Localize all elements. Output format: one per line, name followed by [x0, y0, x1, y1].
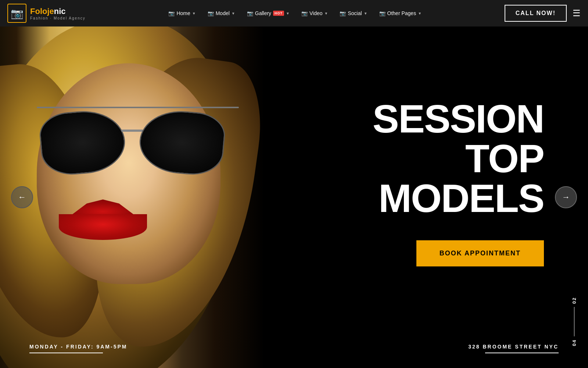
slide-number-prev: 02	[571, 297, 577, 304]
logo-text: Folojenic Fashion · Model Agency	[30, 7, 86, 20]
dropdown-arrow-gallery: ▼	[286, 11, 290, 15]
nav-item-model[interactable]: 📷 Model ▼	[203, 7, 240, 19]
dropdown-arrow-home: ▼	[192, 11, 196, 15]
hero-content: SESSION TOP MODELS Book Appointment	[301, 26, 588, 368]
address-info: 328 BROOME STREET NYC	[468, 344, 559, 353]
hero-section: SESSION TOP MODELS Book Appointment ← → …	[0, 26, 588, 368]
nav-right: CALL NOW! ☰	[505, 5, 581, 22]
camera-icon-model: 📷	[208, 10, 214, 16]
nav-item-other-pages[interactable]: 📷 Other Pages ▼	[375, 7, 426, 19]
brand-subtitle: Fashion · Model Agency	[30, 16, 86, 20]
sg-top-bar	[37, 107, 239, 108]
nav-item-video[interactable]: 📷 Video ▼	[297, 7, 332, 19]
nav-item-gallery[interactable]: 📷 Gallery HOT ▼	[243, 7, 294, 19]
dropdown-arrow-social: ▼	[364, 11, 368, 15]
nav-item-social[interactable]: 📷 Social ▼	[335, 7, 372, 19]
camera-icon-gallery: 📷	[247, 10, 253, 16]
hours-underline	[29, 353, 103, 353]
dropdown-arrow-model: ▼	[232, 11, 235, 15]
dropdown-arrow-video: ▼	[325, 11, 328, 15]
slide-counter: 02 04	[571, 26, 577, 368]
hot-badge: HOT	[273, 11, 284, 16]
model-sunglasses	[29, 104, 243, 177]
sg-lens-left	[38, 107, 128, 177]
sg-lens-right	[137, 107, 227, 177]
dropdown-arrow-other: ▼	[418, 11, 422, 15]
camera-icon-social: 📷	[340, 10, 346, 16]
logo-icon: 📷	[7, 4, 26, 23]
lip-lower	[59, 214, 147, 240]
book-appointment-button[interactable]: Book Appointment	[416, 240, 544, 266]
slide-counter-line	[574, 307, 574, 336]
nav-menu: 📷 Home ▼ 📷 Model ▼ 📷 Gallery HOT ▼ 📷 Vid…	[86, 7, 505, 19]
camera-icon-home: 📷	[168, 10, 175, 16]
hero-title: SESSION TOP MODELS	[301, 99, 544, 218]
business-hours: MONDAY - FRIDAY: 9AM-5PM	[29, 344, 127, 353]
sg-bridge	[121, 130, 143, 132]
model-lips	[55, 199, 151, 244]
slide-number-next: 04	[571, 339, 577, 346]
camera-icon-other: 📷	[379, 10, 386, 16]
hamburger-menu[interactable]: ☰	[573, 8, 581, 18]
bottom-info: MONDAY - FRIDAY: 9AM-5PM 328 BROOME STRE…	[0, 344, 588, 353]
logo[interactable]: 📷 Folojenic Fashion · Model Agency	[7, 4, 86, 23]
address-text: 328 BROOME STREET NYC	[468, 344, 559, 350]
brand-name: Folojenic	[30, 7, 86, 16]
nav-item-home[interactable]: 📷 Home ▼	[164, 7, 200, 19]
camera-icon-video: 📷	[301, 10, 308, 16]
address-underline	[485, 353, 559, 353]
hours-text: MONDAY - FRIDAY: 9AM-5PM	[29, 344, 127, 350]
call-now-button[interactable]: CALL NOW!	[505, 5, 567, 22]
hero-prev-button[interactable]: ←	[11, 186, 33, 208]
navbar: 📷 Folojenic Fashion · Model Agency 📷 Hom…	[0, 0, 588, 26]
